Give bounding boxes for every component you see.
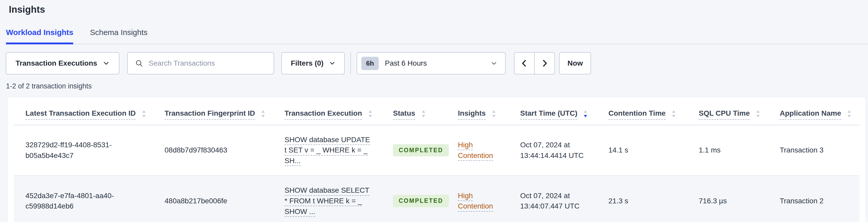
transaction-execution-link[interactable]: SHOW database SELECT * FROM t WHERE k = … xyxy=(284,186,369,215)
transaction-type-label: Transaction Executions xyxy=(16,59,97,67)
table-row: 452da3e7-e7fa-4801-aa40-c59988d14eb6 480… xyxy=(14,176,860,222)
status-badge: COMPLETED xyxy=(393,144,449,157)
now-button[interactable]: Now xyxy=(559,52,591,74)
insights-table-card: Latest Transaction Execution ID Transact… xyxy=(7,97,866,222)
sort-icon xyxy=(422,110,426,118)
column-header-transaction-execution[interactable]: Transaction Execution xyxy=(273,97,381,125)
filters-label: Filters (0) xyxy=(291,59,323,67)
time-picker-label: Past 6 Hours xyxy=(385,59,485,67)
sort-icon xyxy=(368,110,372,118)
time-interval-badge: 6h xyxy=(361,57,378,70)
status-cell: COMPLETED xyxy=(381,176,446,222)
toolbar-divider xyxy=(350,52,351,74)
fingerprint-id-cell: 480a8b217be006fe xyxy=(153,176,273,222)
insight-link[interactable]: High Contention xyxy=(458,192,493,210)
column-header-latest-transaction-execution-id[interactable]: Latest Transaction Execution ID xyxy=(14,97,153,125)
table-header-row: Latest Transaction Execution ID Transact… xyxy=(14,97,860,125)
contention-time-cell: 14.1 s xyxy=(597,125,687,176)
chevron-down-icon xyxy=(329,60,335,66)
fingerprint-id-cell: 08d8b7d97f830463 xyxy=(153,125,273,176)
insights-cell: High Contention xyxy=(446,176,508,222)
execution-id-cell: 328729d2-ff19-4408-8531-b05a5b4e43c7 xyxy=(14,125,153,176)
time-range-arrows xyxy=(514,52,555,74)
application-name-cell: Transaction 2 xyxy=(768,176,860,222)
column-header-transaction-fingerprint-id[interactable]: Transaction Fingerprint ID xyxy=(153,97,273,125)
toolbar: Transaction Executions Filters (0) 6h Pa… xyxy=(6,52,868,74)
sort-icon xyxy=(492,110,496,118)
previous-time-range-button[interactable] xyxy=(514,52,534,74)
status-badge: COMPLETED xyxy=(393,195,449,207)
start-time-cell: Oct 07, 2024 at 13:44:07.447 UTC xyxy=(508,176,597,222)
sort-icon-active-desc xyxy=(584,110,587,118)
execution-id-cell: 452da3e7-e7fa-4801-aa40-c59988d14eb6 xyxy=(14,176,153,222)
column-header-start-time[interactable]: Start Time (UTC) xyxy=(508,97,597,125)
transaction-type-select[interactable]: Transaction Executions xyxy=(6,52,119,74)
table-row: 328729d2-ff19-4408-8531-b05a5b4e43c7 08d… xyxy=(14,125,860,176)
tab-bar: Workload Insights Schema Insights xyxy=(6,28,868,44)
column-header-status[interactable]: Status xyxy=(381,97,446,125)
sql-cpu-time-cell: 1.1 ms xyxy=(687,125,768,176)
column-header-insights[interactable]: Insights xyxy=(446,97,508,125)
tab-workload-insights[interactable]: Workload Insights xyxy=(6,28,73,44)
contention-time-cell: 21.3 s xyxy=(597,176,687,222)
chevron-right-icon xyxy=(541,59,549,68)
transaction-execution-cell: SHOW database SELECT * FROM t WHERE k = … xyxy=(273,176,381,222)
chevron-down-icon xyxy=(103,60,110,67)
start-time-cell: Oct 07, 2024 at 13:44:14.4414 UTC xyxy=(508,125,597,176)
status-cell: COMPLETED xyxy=(381,125,446,176)
sql-cpu-time-cell: 716.3 µs xyxy=(687,176,768,222)
transaction-execution-cell: SHOW database UPDATE t SET v = _ WHERE k… xyxy=(273,125,381,176)
sort-icon xyxy=(672,110,676,118)
column-header-sql-cpu-time[interactable]: SQL CPU Time xyxy=(687,97,768,125)
search-icon xyxy=(135,59,143,67)
sort-icon xyxy=(261,110,265,118)
next-time-range-button[interactable] xyxy=(534,52,555,74)
filters-button[interactable]: Filters (0) xyxy=(281,52,345,74)
column-header-application-name[interactable]: Application Name xyxy=(768,97,860,125)
column-header-contention-time[interactable]: Contention Time xyxy=(597,97,687,125)
sort-icon xyxy=(142,110,146,118)
sort-icon xyxy=(847,110,851,118)
insights-page: Insights Workload Insights Schema Insigh… xyxy=(0,0,868,222)
tab-schema-insights[interactable]: Schema Insights xyxy=(90,28,148,44)
transaction-execution-link[interactable]: SHOW database UPDATE t SET v = _ WHERE k… xyxy=(284,136,370,165)
page-title: Insights xyxy=(0,0,868,15)
insights-table: Latest Transaction Execution ID Transact… xyxy=(14,97,860,222)
insight-link[interactable]: High Contention xyxy=(458,141,493,159)
chevron-down-icon xyxy=(491,60,497,67)
search-input[interactable] xyxy=(149,59,266,67)
application-name-cell: Transaction 3 xyxy=(768,125,860,176)
results-summary: 1-2 of 2 transaction insights xyxy=(6,82,868,90)
search-box[interactable] xyxy=(127,52,274,74)
sort-icon xyxy=(756,110,760,118)
insights-cell: High Contention xyxy=(446,125,508,176)
time-picker-button[interactable]: 6h Past 6 Hours xyxy=(356,52,506,74)
chevron-left-icon xyxy=(521,59,528,68)
